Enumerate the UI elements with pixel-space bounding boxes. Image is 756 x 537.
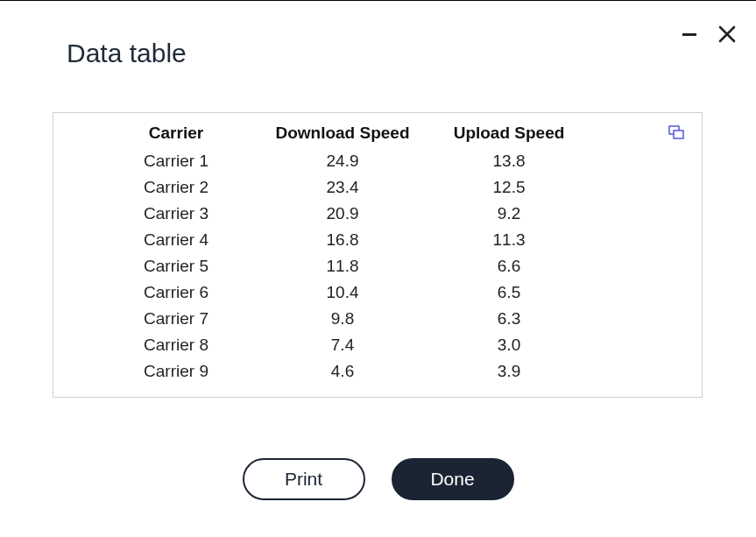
cell-carrier: Carrier 6 xyxy=(97,279,255,306)
cell-carrier: Carrier 4 xyxy=(97,227,255,253)
table-row: Carrier 511.86.6 xyxy=(97,253,658,279)
table-row: Carrier 79.86.3 xyxy=(97,306,658,332)
print-button-label: Print xyxy=(285,469,322,490)
cell-upload-speed: 6.6 xyxy=(430,253,588,279)
print-button[interactable]: Print xyxy=(243,458,365,500)
table-row: Carrier 223.412.5 xyxy=(97,174,658,201)
cell-carrier: Carrier 7 xyxy=(97,306,255,332)
window-controls xyxy=(681,25,737,44)
table-row: Carrier 320.99.2 xyxy=(97,201,658,227)
table-row: Carrier 610.46.5 xyxy=(97,279,658,306)
cell-carrier: Carrier 2 xyxy=(97,174,255,201)
minimize-icon[interactable] xyxy=(681,25,698,43)
cell-upload-speed: 12.5 xyxy=(430,174,588,201)
cell-upload-speed: 3.0 xyxy=(430,332,588,358)
column-header-carrier: Carrier xyxy=(97,122,255,148)
top-divider xyxy=(0,0,756,1)
data-table: Carrier Download Speed Upload Speed Carr… xyxy=(53,112,703,398)
done-button[interactable]: Done xyxy=(392,458,514,500)
table-body: Carrier 124.913.8Carrier 223.412.5Carrie… xyxy=(97,148,658,385)
column-header-upload-speed: Upload Speed xyxy=(430,122,588,148)
cell-carrier: Carrier 1 xyxy=(97,148,255,174)
cell-download-speed: 23.4 xyxy=(255,174,430,201)
svg-rect-0 xyxy=(682,33,696,36)
cell-download-speed: 11.8 xyxy=(255,253,430,279)
cell-upload-speed: 11.3 xyxy=(430,227,588,253)
cell-download-speed: 4.6 xyxy=(255,358,430,385)
cell-download-speed: 20.9 xyxy=(255,201,430,227)
cell-upload-speed: 6.5 xyxy=(430,279,588,306)
button-row: Print Done xyxy=(0,458,756,500)
svg-rect-2 xyxy=(674,131,683,138)
page-title: Data table xyxy=(67,39,187,68)
done-button-label: Done xyxy=(430,469,474,490)
cell-upload-speed: 3.9 xyxy=(430,358,588,385)
close-icon[interactable] xyxy=(717,25,737,44)
cell-carrier: Carrier 9 xyxy=(97,358,255,385)
cell-download-speed: 9.8 xyxy=(255,306,430,332)
cell-carrier: Carrier 8 xyxy=(97,332,255,358)
cell-download-speed: 7.4 xyxy=(255,332,430,358)
table-row: Carrier 124.913.8 xyxy=(97,148,658,174)
cell-download-speed: 10.4 xyxy=(255,279,430,306)
cell-carrier: Carrier 5 xyxy=(97,253,255,279)
table-row: Carrier 94.63.9 xyxy=(97,358,658,385)
copy-icon[interactable] xyxy=(668,125,684,143)
column-header-download-speed: Download Speed xyxy=(255,122,430,148)
cell-upload-speed: 9.2 xyxy=(430,201,588,227)
table-row: Carrier 416.811.3 xyxy=(97,227,658,253)
cell-download-speed: 16.8 xyxy=(255,227,430,253)
cell-download-speed: 24.9 xyxy=(255,148,430,174)
table-row: Carrier 87.43.0 xyxy=(97,332,658,358)
cell-carrier: Carrier 3 xyxy=(97,201,255,227)
table-header-row: Carrier Download Speed Upload Speed xyxy=(97,122,658,148)
cell-upload-speed: 13.8 xyxy=(430,148,588,174)
cell-upload-speed: 6.3 xyxy=(430,306,588,332)
